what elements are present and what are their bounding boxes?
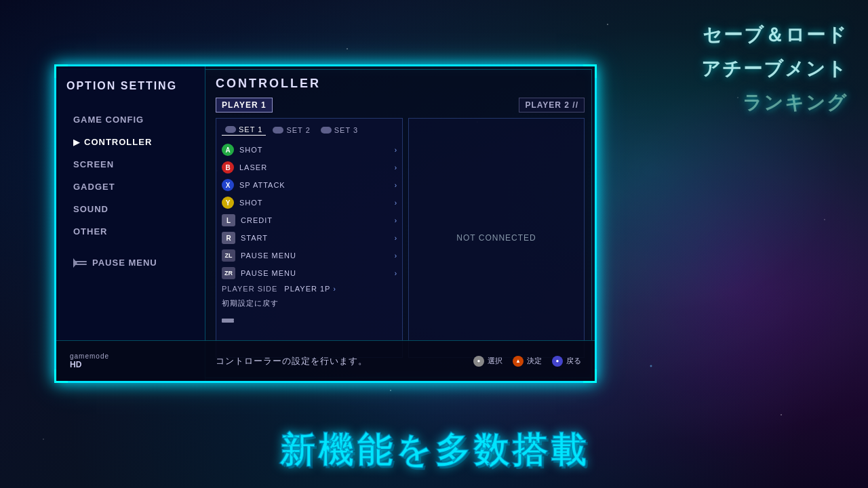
sidebar-item-pause-menu[interactable]: PAUSE MENU (66, 252, 195, 273)
sidebar-item-sound-label: SOUND (73, 204, 108, 214)
back-label: 戻る (566, 356, 581, 366)
bottom-description: コントローラーの設定を行います。 (216, 355, 368, 367)
game-mode-label: gamemode (70, 352, 109, 360)
button-b-icon: B (222, 161, 234, 174)
control-select: ● 選択 (473, 356, 502, 367)
bottom-japanese-text: 新機能を多数搭載 (279, 427, 589, 474)
right-menu-item-2[interactable]: アチーブメント (701, 54, 848, 85)
sidebar-item-gadget-label: GADGET (73, 182, 115, 192)
set-tab-1-label: SET 1 (239, 125, 262, 134)
button-l-icon: L (222, 214, 235, 226)
action-y-label: SHOT (239, 199, 395, 207)
bottom-bar: gamemode HD コントローラーの設定を行います。 ● 選択 ▲ 決定 ●… (56, 340, 595, 381)
control-back: ● 戻る (552, 356, 581, 367)
sidebar-title: OPTION SETTING (66, 80, 195, 92)
controller-icon-3 (321, 127, 332, 134)
action-r-label: START (241, 234, 395, 242)
right-player2-panel: NOT CONNECTED (408, 118, 585, 358)
sidebar-item-screen[interactable]: SCREEN (66, 154, 195, 175)
main-content-area: CONTROLLER PLAYER 1 PLAYER 2 // SET 1 SE… (205, 66, 595, 381)
mapping-row-a[interactable]: A SHOT › (222, 141, 397, 159)
mapping-row-x[interactable]: X SP ATTACK › (222, 176, 397, 194)
sidebar-item-game-config[interactable]: GAME CONFIG (66, 109, 195, 130)
action-r-arrow: › (395, 235, 397, 242)
action-zr-label: PAUSE MENU (241, 269, 395, 277)
sidebar-item-game-config-label: GAME CONFIG (73, 115, 144, 125)
game-mode-info: gamemode HD (70, 352, 109, 369)
action-zr-arrow: › (395, 270, 397, 277)
mapping-row-zl[interactable]: ZL PAUSE MENU › (222, 247, 397, 264)
back-btn-icon: ● (552, 356, 563, 367)
player1-tab[interactable]: PLAYER 1 (216, 98, 273, 113)
action-b-arrow: › (395, 164, 397, 171)
mapping-row-b[interactable]: B LASER › (222, 159, 397, 176)
action-a-arrow: › (395, 146, 397, 154)
action-y-arrow: › (395, 199, 397, 207)
right-menu-panel: セーブ＆ロード アチーブメント ランキング (701, 20, 848, 121)
back-icon (222, 315, 238, 326)
set-tab-3-label: SET 3 (334, 126, 358, 134)
reset-label: 初期設定に戻す (222, 299, 279, 307)
button-a-icon: A (222, 144, 234, 156)
player-side-value: PLAYER 1P (284, 285, 330, 293)
set-tab-3[interactable]: SET 3 (317, 124, 361, 136)
controls-hint: ● 選択 ▲ 決定 ● 戻る (473, 356, 581, 367)
game-mode-value: HD (70, 360, 109, 369)
select-btn-icon: ● (473, 356, 484, 367)
action-a-label: SHOT (239, 146, 395, 154)
action-b-label: LASER (239, 163, 395, 171)
pause-menu-icon (73, 258, 87, 268)
player-side-arrow: › (333, 285, 335, 293)
action-x-arrow: › (395, 182, 397, 189)
button-zr-icon: ZR (222, 267, 235, 279)
set-tab-2-label: SET 2 (286, 126, 310, 134)
sidebar-item-other-label: OTHER (73, 226, 108, 237)
right-menu-item-3[interactable]: ランキング (701, 88, 848, 119)
decide-btn-icon: ▲ (513, 356, 524, 367)
back-button-row (222, 311, 397, 330)
action-zl-arrow: › (395, 252, 397, 260)
button-y-icon: Y (222, 197, 234, 209)
main-ui-container: OPTION SETTING GAME CONFIG ▶ CONTROLLER … (54, 64, 597, 383)
left-config-panel: SET 1 SET 2 SET 3 A SHOT › (216, 118, 403, 358)
control-decide: ▲ 決定 (513, 356, 542, 367)
sidebar-item-sound[interactable]: SOUND (66, 199, 195, 220)
not-connected-text: NOT CONNECTED (456, 233, 536, 243)
set-tabs-row: SET 1 SET 2 SET 3 (222, 124, 397, 136)
sidebar-item-controller[interactable]: ▶ CONTROLLER (66, 131, 195, 152)
player-side-key: PLAYER SIDE (222, 285, 277, 293)
set-tab-1[interactable]: SET 1 (222, 124, 266, 136)
button-x-icon: X (222, 179, 234, 191)
controller-title: CONTROLLER (216, 77, 585, 91)
button-r-icon: R (222, 232, 235, 244)
player2-tab[interactable]: PLAYER 2 // (519, 98, 585, 113)
action-zl-label: PAUSE MENU (241, 251, 395, 260)
right-menu-item-1[interactable]: セーブ＆ロード (701, 20, 848, 51)
action-x-label: SP ATTACK (239, 181, 395, 189)
select-label: 選択 (488, 356, 502, 366)
sidebar-item-other[interactable]: OTHER (66, 221, 195, 242)
button-zl-icon: ZL (222, 249, 235, 262)
controller-icon-2 (273, 127, 283, 134)
mapping-row-r[interactable]: R START › (222, 229, 397, 247)
sidebar-item-controller-label: CONTROLLER (84, 137, 152, 147)
svg-point-4 (222, 319, 226, 323)
sidebar-item-screen-label: SCREEN (73, 159, 114, 169)
sidebar-item-gadget[interactable]: GADGET (66, 176, 195, 197)
pause-menu-label: PAUSE MENU (92, 258, 157, 268)
player-side-row[interactable]: PLAYER SIDE PLAYER 1P › (222, 282, 397, 296)
player-tabs-row: PLAYER 1 PLAYER 2 // (216, 98, 585, 113)
panels-container: SET 1 SET 2 SET 3 A SHOT › (216, 118, 585, 358)
controller-icon-1 (225, 126, 236, 133)
action-l-arrow: › (395, 217, 397, 224)
mapping-row-y[interactable]: Y SHOT › (222, 194, 397, 211)
active-arrow-icon: ▶ (73, 138, 80, 147)
set-tab-2[interactable]: SET 2 (269, 124, 313, 136)
decide-label: 決定 (527, 356, 542, 366)
mapping-row-l[interactable]: L CREDIT › (222, 211, 397, 229)
action-l-label: CREDIT (241, 216, 395, 224)
reset-row[interactable]: 初期設定に戻す (222, 296, 397, 311)
mapping-row-zr[interactable]: ZR PAUSE MENU › (222, 264, 397, 282)
sidebar: OPTION SETTING GAME CONFIG ▶ CONTROLLER … (56, 66, 205, 381)
